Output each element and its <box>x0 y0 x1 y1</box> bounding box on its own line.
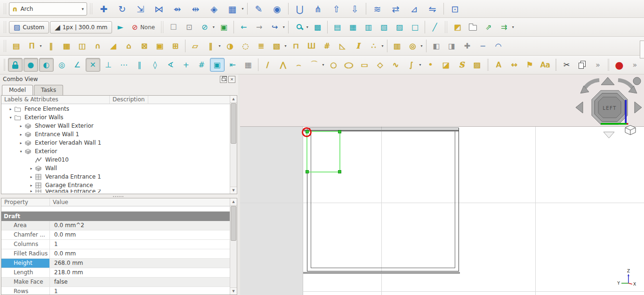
tree-item[interactable]: ▸Exterior Veradah Wall 1 <box>1 139 230 147</box>
expand-arrow-icon[interactable]: ▾ <box>17 149 24 154</box>
snap-angle-button[interactable]: ∠ <box>70 58 85 72</box>
draft-bezier-tools-dropdown-icon[interactable]: ▾ <box>418 63 422 67</box>
toolbar-overflow-1-button[interactable]: » <box>590 58 605 72</box>
axis-button[interactable]: ◑ <box>223 39 237 53</box>
hatch-button[interactable]: ▨ <box>470 58 484 72</box>
property-group-draft[interactable]: Draft <box>1 212 230 221</box>
navigation-cube[interactable]: LEFT <box>570 74 644 140</box>
copy-button[interactable] <box>575 58 589 72</box>
draft-rectangle-selected[interactable] <box>306 131 340 172</box>
snap-working-plane-button[interactable]: ▣ <box>210 58 225 72</box>
scroll-down-icon[interactable]: ▼ <box>230 187 237 194</box>
draft-wire-button[interactable]: ⋀ <box>276 58 290 72</box>
property-scrollbar-thumb[interactable] <box>231 206 236 241</box>
property-value[interactable]: 218.0 mm <box>50 268 230 277</box>
tilt-up-icon[interactable] <box>601 77 614 85</box>
draft-rectangle-button[interactable]: ▭ <box>357 58 372 72</box>
box-element-selection-button[interactable]: ⊡ <box>182 20 196 34</box>
snap-parallel-button[interactable]: ∥ <box>132 58 147 72</box>
rotate-left-icon[interactable] <box>585 80 599 88</box>
draft-point-button[interactable]: • <box>423 58 438 72</box>
draft-circle-button[interactable]: ○ <box>326 58 341 72</box>
shape-2d-view-button[interactable]: ⊡ <box>446 1 464 16</box>
property-row-area[interactable]: Area0.0 mm^2 <box>1 221 230 230</box>
snap-midpoint-button[interactable]: ◐ <box>39 58 54 72</box>
line-style-button[interactable]: ◢1px | 300.0 mm <box>50 21 112 33</box>
link-tools-button[interactable]: ⇉ <box>497 20 511 34</box>
property-value[interactable]: 1 <box>50 287 230 295</box>
vertex-handle[interactable] <box>306 170 309 173</box>
move-button[interactable]: ✚ <box>95 1 113 16</box>
pipe-tools-dropdown-icon[interactable]: ▾ <box>419 44 424 48</box>
toolbar-extension-button[interactable] <box>640 41 644 58</box>
section-plane-button[interactable]: ⊠ <box>137 39 152 53</box>
property-scrollbar[interactable]: ▲ ▼ <box>230 198 237 295</box>
snap-ortho-button[interactable]: + <box>179 58 193 72</box>
view-right-button[interactable]: ▥ <box>361 20 376 34</box>
snap-endpoint-button[interactable]: ● <box>24 58 38 72</box>
expand-arrow-icon[interactable]: ▸ <box>17 132 24 137</box>
draft-ellipse-button[interactable]: ○ <box>342 58 356 72</box>
reference-button[interactable]: ▣ <box>153 39 167 53</box>
apply-current-style-button[interactable]: ► <box>113 20 128 34</box>
property-row-label-clipped[interactable]: Label Rectangle037 <box>1 207 230 212</box>
snap-center-button[interactable]: ◎ <box>55 58 69 72</box>
upgrade-button[interactable]: ⇧ <box>328 1 345 16</box>
scale-button[interactable]: ⇲ <box>132 1 149 16</box>
property-value[interactable]: false <box>50 278 230 287</box>
building-part-button[interactable]: ⌂ <box>121 39 136 53</box>
fence-button[interactable]: # <box>320 39 334 53</box>
turn-right-icon[interactable] <box>635 102 642 113</box>
draft-line-button[interactable]: ∕ <box>260 58 275 72</box>
space-tools-button[interactable]: ▧ <box>269 39 284 53</box>
property-column[interactable]: Property <box>1 198 50 206</box>
toggle-grid-button[interactable]: ▦ <box>241 58 256 72</box>
toolbar-grip[interactable] <box>555 59 557 71</box>
draft-fillet-button[interactable]: ⌢ <box>291 58 306 72</box>
expand-arrow-icon[interactable]: ▸ <box>17 124 24 128</box>
rotate-right-icon[interactable] <box>618 80 633 88</box>
zoom-button[interactable] <box>291 20 306 34</box>
navigate-back-button[interactable]: ← <box>236 20 251 34</box>
highlight-subelement-button[interactable]: ◉ <box>268 1 286 16</box>
cut-button[interactable]: ✂ <box>559 58 574 72</box>
space-tools-dropdown-icon[interactable]: ▾ <box>283 44 288 48</box>
facebinder-button[interactable]: ◪ <box>439 58 453 72</box>
equipment-button[interactable]: ⊓ <box>289 39 303 53</box>
property-row-make-face[interactable]: Make Facefalse <box>1 278 230 287</box>
property-value[interactable]: 1 <box>50 240 230 249</box>
tilt-down-icon[interactable] <box>604 132 614 138</box>
property-row-chamfer[interactable]: Chamfer ...0.0 mm <box>1 230 230 240</box>
tree-item[interactable]: ▸Veranda Entrance 2 <box>1 189 230 193</box>
schedule-button[interactable]: ▥ <box>390 39 404 53</box>
toolbar-grip[interactable] <box>4 59 5 71</box>
wire-to-bspline-button[interactable]: ≋ <box>369 1 386 16</box>
tree-scrollbar[interactable]: ▲ ▼ <box>230 96 237 194</box>
column-button[interactable]: Ш <box>304 39 319 53</box>
part-tools-button[interactable]: ◩ <box>450 20 465 34</box>
expand-arrow-icon[interactable]: ▸ <box>28 166 35 171</box>
view-left-button[interactable]: □ <box>408 20 422 34</box>
annotation-styles-button[interactable]: Aa <box>538 58 553 72</box>
property-value[interactable]: 268.0 mm <box>50 259 230 268</box>
tab-model[interactable]: Model <box>2 85 33 96</box>
snap-near-button[interactable]: ∢ <box>163 58 178 72</box>
view-front-button[interactable]: ▤ <box>330 20 345 34</box>
slope-button[interactable]: ⊿ <box>405 1 423 16</box>
tree-item[interactable]: ▸Fence Elements <box>1 105 230 113</box>
tree-scrollbar-thumb[interactable] <box>231 103 236 144</box>
link-tools-dropdown-icon[interactable]: ▾ <box>511 25 515 29</box>
structure-tools-dropdown-icon[interactable]: ▾ <box>39 44 43 48</box>
clipping-plane-dropdown-icon[interactable]: ▾ <box>211 25 216 29</box>
toolbar-grip[interactable] <box>608 59 609 71</box>
tree-column-labels[interactable]: Labels & Attributes <box>1 96 110 104</box>
toolbar-overflow-2-button[interactable]: » <box>628 58 642 72</box>
draft-polygon-button[interactable]: ◇ <box>373 58 387 72</box>
link-navigation-dropdown-icon[interactable]: ▾ <box>282 25 286 29</box>
split-button[interactable]: ⋔ <box>309 1 327 16</box>
snap-extension-button[interactable]: ⋯ <box>117 58 131 72</box>
box-selection-button[interactable]: ☐ <box>166 20 181 34</box>
toolbar-grip[interactable] <box>445 21 447 33</box>
stairs-button[interactable]: ≣ <box>254 39 268 53</box>
nav-style-icon[interactable] <box>633 77 641 85</box>
